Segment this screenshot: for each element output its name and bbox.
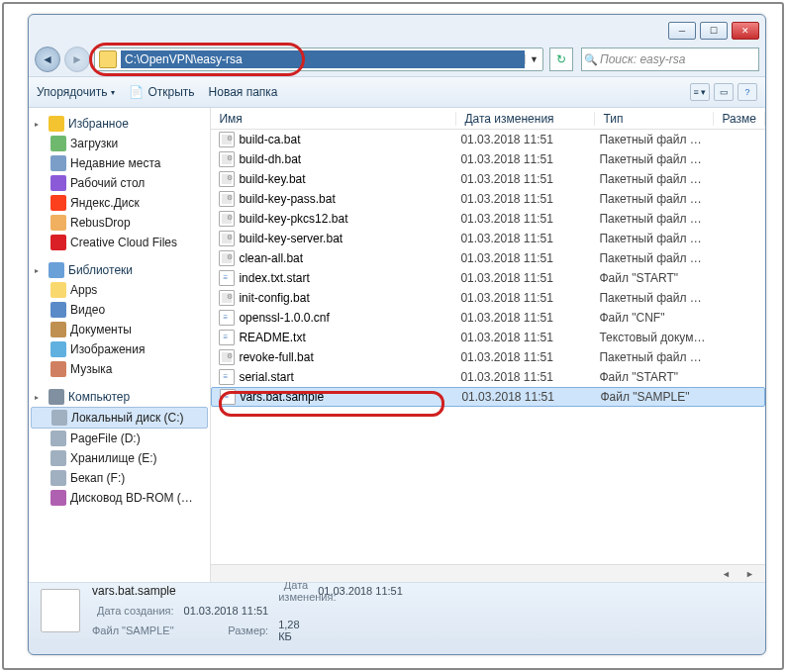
sidebar-item[interactable]: Видео — [29, 300, 210, 320]
drive-icon — [50, 322, 66, 337]
file-row[interactable]: build-key-pkcs12.bat 01.03.2018 11:51 Па… — [211, 209, 765, 229]
new-folder-button[interactable]: Новая папка — [209, 85, 278, 99]
organize-button[interactable]: Упорядочить — [37, 85, 115, 99]
sidebar-item[interactable]: Бекап (F:) — [29, 468, 210, 488]
folder-icon — [99, 50, 117, 68]
file-date: 01.03.2018 11:51 — [460, 311, 599, 325]
file-row[interactable]: revoke-full.bat 01.03.2018 11:51 Пакетны… — [211, 347, 765, 367]
file-row[interactable]: build-key-pass.bat 01.03.2018 11:51 Паке… — [211, 189, 765, 209]
file-name: build-key.bat — [239, 172, 460, 186]
drive-icon — [50, 450, 66, 466]
forward-button[interactable]: ► — [64, 47, 90, 72]
file-row[interactable]: README.txt 01.03.2018 11:51 Текстовый до… — [211, 328, 765, 347]
content-area: ▸ИзбранноеЗагрузкиНедавние местаРабочий … — [29, 108, 765, 583]
drive-icon — [50, 282, 66, 298]
folder-icon — [49, 262, 64, 278]
open-button[interactable]: 📄 Открыть — [129, 85, 194, 99]
file-row[interactable]: build-ca.bat 01.03.2018 11:51 Пакетный ф… — [211, 130, 765, 149]
file-name: serial.start — [239, 370, 460, 384]
sidebar: ▸ИзбранноеЗагрузкиНедавние местаРабочий … — [29, 108, 211, 582]
file-row[interactable]: build-dh.bat 01.03.2018 11:51 Пакетный ф… — [211, 149, 765, 169]
file-row[interactable]: vars.bat.sample 01.03.2018 11:51 Файл "S… — [211, 387, 765, 407]
file-row[interactable]: init-config.bat 01.03.2018 11:51 Пакетны… — [211, 288, 765, 308]
drive-icon — [50, 361, 66, 377]
file-row[interactable]: clean-all.bat 01.03.2018 11:51 Пакетный … — [211, 248, 765, 268]
sidebar-group-header[interactable]: ▸Компьютер — [29, 387, 210, 407]
scroll-left-icon[interactable]: ◄ — [722, 569, 734, 579]
details-modified: 01.03.2018 11:51 — [318, 585, 403, 597]
file-icon — [220, 389, 236, 405]
col-type[interactable]: Тип — [595, 112, 714, 126]
file-icon — [219, 330, 235, 345]
file-type: Пакетный файл … — [599, 291, 718, 305]
close-button[interactable]: ✕ — [732, 22, 759, 40]
back-button[interactable]: ◄ — [35, 47, 60, 72]
file-icon — [219, 369, 235, 385]
address-bar[interactable]: C:\OpenVPN\easy-rsa ▼ — [94, 48, 543, 71]
folder-icon — [49, 116, 64, 132]
details-filename: vars.bat.sample — [92, 584, 268, 598]
sidebar-item[interactable]: Creative Cloud Files — [29, 233, 210, 252]
sidebar-item[interactable]: Документы — [29, 320, 210, 339]
col-name[interactable]: Имя — [211, 112, 456, 126]
file-row[interactable]: serial.start 01.03.2018 11:51 Файл "STAR… — [211, 367, 765, 387]
file-icon — [219, 270, 235, 286]
file-type: Пакетный файл … — [599, 212, 718, 226]
sidebar-item[interactable]: PageFile (D:) — [29, 429, 210, 448]
file-icon — [41, 589, 80, 632]
file-list-body: build-ca.bat 01.03.2018 11:51 Пакетный ф… — [211, 130, 765, 564]
drive-icon — [50, 302, 66, 318]
sidebar-item[interactable]: Изображения — [29, 339, 210, 359]
sidebar-item[interactable]: Недавние места — [29, 153, 210, 173]
drive-icon — [50, 136, 66, 151]
file-type: Пакетный файл … — [599, 172, 718, 186]
sidebar-item[interactable]: Apps — [29, 280, 210, 300]
drive-icon — [50, 155, 66, 171]
view-options-button[interactable]: ≡ ▾ — [690, 83, 710, 101]
scroll-right-icon[interactable]: ► — [745, 569, 757, 579]
file-type: Файл "SAMPLE" — [600, 390, 719, 404]
file-name: README.txt — [239, 331, 460, 344]
file-row[interactable]: build-key.bat 01.03.2018 11:51 Пакетный … — [211, 169, 765, 189]
sidebar-item[interactable]: RebusDrop — [29, 213, 210, 233]
drive-icon — [50, 341, 66, 357]
refresh-button[interactable]: ↻ — [549, 48, 573, 71]
file-icon — [219, 310, 235, 326]
file-date: 01.03.2018 11:51 — [460, 350, 599, 364]
minimize-button[interactable]: ─ — [668, 22, 696, 40]
address-path[interactable]: C:\OpenVPN\easy-rsa — [121, 50, 525, 68]
file-row[interactable]: build-key-server.bat 01.03.2018 11:51 Па… — [211, 229, 765, 248]
details-size-label: Размер: — [184, 624, 269, 636]
batch-file-icon — [219, 132, 235, 147]
sidebar-group-header[interactable]: ▸Избранное — [29, 114, 210, 134]
maximize-button[interactable]: ☐ — [700, 22, 728, 40]
address-dropdown-icon[interactable]: ▼ — [525, 54, 542, 64]
file-name: build-key-pkcs12.bat — [239, 212, 460, 226]
preview-pane-button[interactable]: ▭ — [714, 83, 734, 101]
batch-file-icon — [219, 171, 235, 187]
help-button[interactable]: ? — [737, 83, 757, 101]
drive-icon — [50, 235, 66, 250]
sidebar-item[interactable]: Яндекс.Диск — [29, 193, 210, 213]
drive-icon — [50, 431, 66, 446]
explorer-window: ─ ☐ ✕ ◄ ► C:\OpenVPN\easy-rsa ▼ ↻ 🔍 Поис… — [28, 14, 766, 655]
sidebar-item[interactable]: Дисковод BD-ROM (… — [29, 488, 210, 508]
col-date[interactable]: Дата изменения — [456, 112, 595, 126]
batch-file-icon — [219, 191, 235, 207]
sidebar-group-header[interactable]: ▸Библиотеки — [29, 260, 210, 280]
file-row[interactable]: index.txt.start 01.03.2018 11:51 Файл "S… — [211, 268, 765, 288]
col-size[interactable]: Разме — [714, 112, 765, 126]
sidebar-item[interactable]: Загрузки — [29, 134, 210, 153]
details-pane: vars.bat.sample Дата изменения: 01.03.20… — [29, 583, 765, 638]
file-type: Файл "CNF" — [599, 311, 718, 325]
search-box[interactable]: 🔍 Поиск: easy-rsa — [581, 48, 759, 71]
file-row[interactable]: openssl-1.0.0.cnf 01.03.2018 11:51 Файл … — [211, 308, 765, 328]
horizontal-scrollbar[interactable]: ◄ ► — [211, 564, 765, 582]
sidebar-item[interactable]: Музыка — [29, 359, 210, 379]
sidebar-item[interactable]: Рабочий стол — [29, 173, 210, 193]
file-date: 01.03.2018 11:51 — [460, 232, 599, 245]
file-date: 01.03.2018 11:51 — [460, 331, 599, 344]
sidebar-item[interactable]: Хранилище (E:) — [29, 448, 210, 468]
batch-file-icon — [219, 290, 235, 306]
sidebar-item[interactable]: Локальный диск (C:) — [31, 407, 208, 429]
